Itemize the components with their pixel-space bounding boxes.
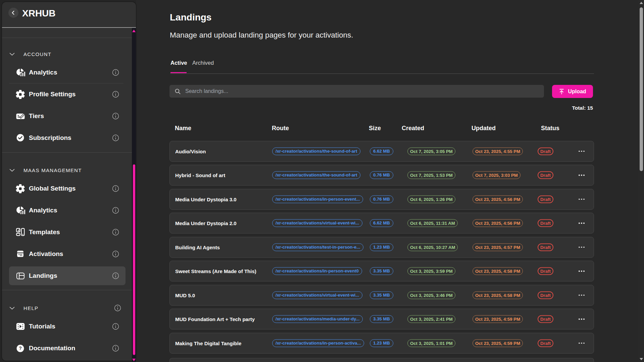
svg-text:?: ? [19,346,22,351]
